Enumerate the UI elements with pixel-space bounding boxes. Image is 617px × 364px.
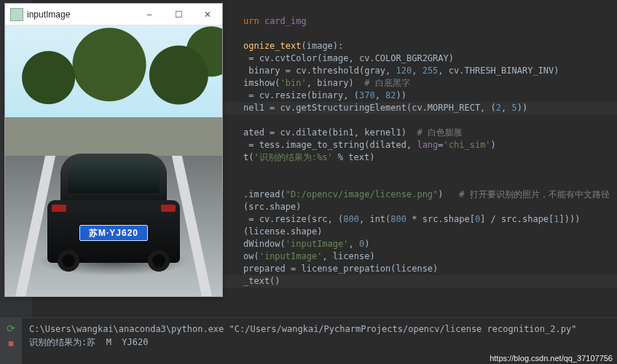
car: 苏M·YJ620 [47, 154, 180, 263]
minimize-button[interactable]: – [135, 4, 164, 25]
window-app-icon [11, 9, 23, 20]
taillight [52, 205, 66, 212]
image-preview-window[interactable]: inputImage – ☐ ✕ 苏M·YJ620 [4, 3, 223, 297]
license-plate: 苏M·YJ620 [79, 225, 148, 241]
close-button[interactable]: ✕ [193, 4, 222, 25]
stop-icon[interactable]: ■ [9, 339, 14, 348]
car-window [68, 161, 160, 193]
console-line: "C:/Users/wangkai/PycharmProjects/opencv… [229, 324, 577, 334]
console-line: C:\Users\wangkai\anaconda3\python.exe [29, 324, 229, 334]
watermark: https://blog.csdn.net/qq_37107756 [490, 354, 613, 363]
window-titlebar[interactable]: inputImage – ☐ ✕ [5, 4, 222, 25]
rerun-icon[interactable]: ⟳ [7, 323, 15, 334]
image-canvas: 苏M·YJ620 [5, 25, 222, 296]
window-title: inputImage [27, 9, 135, 20]
console-toolbar: ⟳ ■ [0, 318, 22, 364]
maximize-button[interactable]: ☐ [164, 4, 193, 25]
taillight [161, 205, 176, 212]
console-line: 识别的结果为:苏 M YJ620 [29, 337, 148, 347]
scene-trees [5, 25, 222, 156]
wheel [58, 250, 79, 272]
wheel [148, 250, 170, 272]
